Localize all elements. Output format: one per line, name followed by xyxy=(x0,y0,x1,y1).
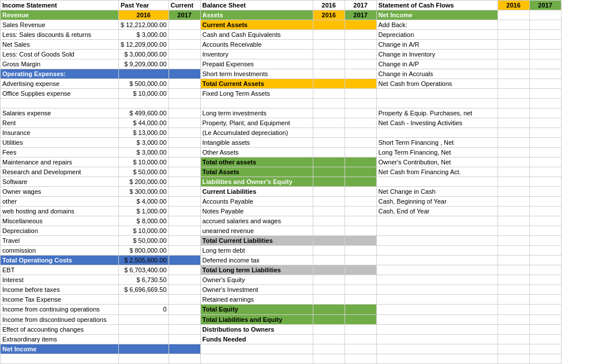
is-row-2016: 0 xyxy=(119,305,169,314)
cf-row-label: Property & Equip. Purchases, net xyxy=(376,108,498,118)
is-row-2017 xyxy=(169,354,200,363)
is-row-2016: $ 10,000.00 xyxy=(119,226,169,236)
cf-row-2017 xyxy=(529,314,561,324)
cf-row-2017 xyxy=(529,295,561,305)
table-row: Income Tax ExpenseRetained earnings xyxy=(1,295,562,305)
table-row: other$ 4,000.00Accounts PayableCash, Beg… xyxy=(1,197,562,207)
table-row: Rent$ 44,000.00Property, Plant, and Equi… xyxy=(1,118,562,128)
header-row: Income StatementPast YearCurrentBalance … xyxy=(1,1,562,10)
cf-row-label xyxy=(376,295,498,305)
bs-row-label xyxy=(200,99,313,108)
table-row: Income from continuing operations0Total … xyxy=(1,305,562,314)
cf-row-2016 xyxy=(498,344,529,354)
table-row: Operating Expenses:Short term Investment… xyxy=(1,69,562,79)
cf-row-2016 xyxy=(498,99,529,108)
bs-row-2017 xyxy=(345,128,376,138)
bs-row-label: Inventory xyxy=(200,50,313,59)
bs-row-2017 xyxy=(345,138,376,148)
table-row: Gross Margin$ 9,209,000.00Prepaid Expens… xyxy=(1,59,562,69)
is-2017-header: 2017 xyxy=(169,10,200,20)
table-row: Maintenance and repairs$ 10,000.00Total … xyxy=(1,157,562,167)
is-row-label: EBT xyxy=(1,265,119,275)
is-row-label: Software xyxy=(1,177,119,187)
bs-row-2016 xyxy=(313,128,345,138)
cf-row-label: Owner's Contribution, Net xyxy=(376,157,498,167)
table-row: Income before taxes$ 6,696,669.50Owner's… xyxy=(1,285,562,295)
cf-row-2016 xyxy=(498,69,529,79)
is-row-label: Advertising expense xyxy=(1,79,119,89)
cf-row-label: Short Term Financing , Net xyxy=(376,138,498,148)
cf-row-2017 xyxy=(529,334,561,344)
cf-row-2017 xyxy=(529,265,561,275)
cf-row-label: Depreciation xyxy=(376,30,498,40)
bs-row-2016 xyxy=(313,187,345,197)
bs-row-label: Current Liabilities xyxy=(200,187,313,197)
bs-row-2016 xyxy=(313,108,345,118)
bs-row-2016 xyxy=(313,207,345,216)
cf-row-2016 xyxy=(498,305,529,314)
is-row-2016 xyxy=(119,295,169,305)
is-row-2017 xyxy=(169,79,200,89)
is-row-2016: $ 3,000.00 xyxy=(119,148,169,157)
is-row-2017 xyxy=(169,148,200,157)
bs-row-label: Notes Payable xyxy=(200,207,313,216)
table-row: Less: Sales discounts & returns$ 3,000.0… xyxy=(1,30,562,40)
table-row: Salaries expense$ 499,600.00Long term in… xyxy=(1,108,562,118)
is-row-label: Income from continuing operations xyxy=(1,305,119,314)
is-row-2017 xyxy=(169,275,200,285)
bs-row-2016 xyxy=(313,69,345,79)
cf-row-2017 xyxy=(529,344,561,354)
cf-row-2017 xyxy=(529,157,561,167)
is-row-label: Utilities xyxy=(1,138,119,148)
is-row-2017 xyxy=(169,256,200,265)
cf-row-2016 xyxy=(498,108,529,118)
is-row-label: Depreciation xyxy=(1,226,119,236)
is-row-2017 xyxy=(169,128,200,138)
is-row-label: Less: Cost of Goods Sold xyxy=(1,50,119,59)
cf-row-2017 xyxy=(529,118,561,128)
is-row-2017 xyxy=(169,305,200,314)
bs-row-2017 xyxy=(345,157,376,167)
bs-row-label: Prepaid Expenses xyxy=(200,59,313,69)
bs-row-2017 xyxy=(345,226,376,236)
cf-row-2017 xyxy=(529,148,561,157)
cf-row-2017 xyxy=(529,197,561,207)
is-row-2017 xyxy=(169,40,200,50)
is-row-2016: $ 300,000.00 xyxy=(119,187,169,197)
is-row-2017 xyxy=(169,30,200,40)
cf-row-label xyxy=(376,256,498,265)
is-row-label: web hosting and domains xyxy=(1,207,119,216)
table-row: Fees$ 3,000.00Other AssetsLong Term Fina… xyxy=(1,148,562,157)
cf-row-label xyxy=(376,128,498,138)
is-row-label: other xyxy=(1,197,119,207)
bs-row-label: Total Current Liabilities xyxy=(200,236,313,246)
cf-row-label xyxy=(376,334,498,344)
bs-row-label: Total Current Assets xyxy=(200,79,313,89)
bs-row-2016 xyxy=(313,324,345,334)
is-row-2016: $ 10,000.00 xyxy=(119,157,169,167)
is-row-2016: $ 4,000.00 xyxy=(119,197,169,207)
cf-row-label xyxy=(376,265,498,275)
cf-row-2016 xyxy=(498,354,529,363)
is-row-label: Extraordinary items xyxy=(1,334,119,344)
table-row: Miscellaneous$ 8,000.00accrued salaries … xyxy=(1,216,562,226)
bs-row-label: unearned revenue xyxy=(200,226,313,236)
bs-row-2016 xyxy=(313,99,345,108)
is-row-2017 xyxy=(169,207,200,216)
bs-row-2016 xyxy=(313,256,345,265)
cf-row-label xyxy=(376,324,498,334)
is-row-2017 xyxy=(169,138,200,148)
is-row-2016: $ 500,000.00 xyxy=(119,79,169,89)
cf-row-2017 xyxy=(529,20,561,30)
cf-row-2017 xyxy=(529,59,561,69)
cf-row-label xyxy=(376,275,498,285)
table-row: Office Supplies expense$ 10,000.00Fixed … xyxy=(1,89,562,99)
is-section-title: Income Statement xyxy=(1,1,119,10)
table-row: Net Income xyxy=(1,344,562,354)
bs-row-2016 xyxy=(313,275,345,285)
bs-row-2017 xyxy=(345,89,376,99)
is-row-2017 xyxy=(169,167,200,177)
bs-row-label: Owner's Investment xyxy=(200,285,313,295)
cf-row-2017 xyxy=(529,167,561,177)
cf-row-2017 xyxy=(529,226,561,236)
